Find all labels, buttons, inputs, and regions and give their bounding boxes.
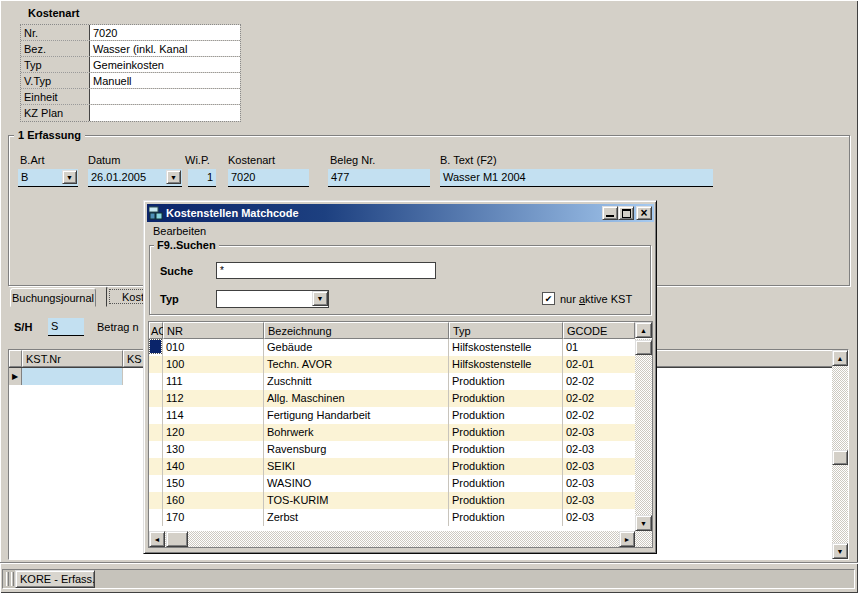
close-button[interactable]: × (636, 206, 652, 220)
matchcode-row[interactable]: 100Techn. AVORHilfskostenstelle02-01 (149, 356, 635, 373)
beleg-field[interactable]: 477 (328, 169, 430, 187)
grid-header-typ[interactable]: Typ (449, 322, 563, 339)
matchcode-hscrollbar[interactable]: ◄ ► (149, 531, 652, 547)
tab-label: Kost (122, 291, 144, 303)
statusbar-grip (6, 572, 9, 586)
field-value: Manuell (89, 73, 240, 88)
dialog-title: Kostenstellen Matchcode (166, 207, 299, 219)
field-value: 7020 (89, 25, 240, 40)
chevron-down-icon[interactable]: ▼ (166, 170, 181, 184)
grid-header-nr[interactable]: NR (163, 322, 264, 339)
cell-ac (149, 441, 163, 458)
window-list-button[interactable]: KORE - Erfass.. (15, 570, 95, 588)
btext-field[interactable]: Wasser M1 2004 (440, 169, 713, 187)
matchcode-vscrollbar[interactable]: ▼ (635, 339, 652, 531)
wip-label: Wi.P. (185, 154, 210, 166)
scroll-thumb[interactable] (635, 340, 652, 355)
matchcode-row[interactable]: 140SEIKIProduktion02-03 (149, 458, 635, 475)
bart-label: B.Art (20, 154, 44, 166)
dialog-titlebar[interactable]: Kostenstellen Matchcode × (147, 204, 654, 222)
matchcode-row[interactable]: 114Fertigung HandarbeitProduktion02-02 (149, 407, 635, 424)
row-marker-icon: ▶ (9, 368, 22, 385)
cell-bez: Allg. Maschinen (264, 390, 449, 407)
matchcode-row[interactable]: 112Allg. MaschinenProduktion02-02 (149, 390, 635, 407)
menu-item-bearbeiten[interactable]: Bearbeiten (153, 225, 206, 237)
scroll-right-icon[interactable]: ► (619, 531, 635, 547)
cell-gcode: 02-01 (563, 356, 635, 373)
tab-buchungsjournal[interactable]: Buchungsjournal (10, 288, 96, 307)
kostenart-form-row: Einheit (21, 89, 240, 105)
kst-header-kstnr[interactable]: KST.Nr (22, 350, 123, 367)
chevron-down-icon[interactable]: ▼ (312, 291, 328, 306)
matchcode-dialog: Kostenstellen Matchcode × Bearbeiten F9.… (143, 200, 657, 554)
cell-gcode: 02-03 (563, 424, 635, 441)
cell-ac (149, 492, 163, 509)
grid-header-gcode[interactable]: GCODE (563, 322, 635, 339)
cell-nr: 170 (163, 509, 264, 526)
scroll-up-icon[interactable]: ▲ (832, 350, 848, 366)
scroll-thumb[interactable] (832, 450, 848, 465)
kst-vscrollbar[interactable]: ▲ ▼ (832, 350, 848, 559)
cell-nr: 150 (163, 475, 264, 492)
tab-label: Buchungsjournal (12, 292, 94, 304)
chevron-down-icon[interactable]: ▼ (62, 170, 77, 184)
scroll-thumb[interactable] (166, 531, 188, 547)
typ-combobox[interactable]: ▼ (216, 290, 329, 308)
matchcode-row[interactable]: 010GebäudeHilfskostenstelle01 (149, 339, 635, 356)
kostenart-form-row: V.TypManuell (21, 73, 240, 89)
cell-typ: Produktion (449, 407, 563, 424)
sh-field[interactable]: S (48, 318, 84, 336)
scroll-down-icon[interactable]: ▼ (832, 543, 848, 559)
cell-nr: 100 (163, 356, 264, 373)
cell-ac (149, 458, 163, 475)
kostenart-form-row: Nr.7020 (21, 25, 240, 41)
label-part: nur (560, 293, 579, 305)
scroll-left-icon[interactable]: ◄ (149, 531, 165, 547)
cell-ac (149, 373, 163, 390)
checkmark-icon: ✔ (545, 294, 553, 304)
grid-header-bezeichnung[interactable]: Bezeichnung (264, 322, 449, 339)
scroll-up-icon[interactable]: ▲ (635, 322, 652, 338)
kostenart-form-row: Bez.Wasser (inkl. Kanal (21, 41, 240, 57)
btext-label: B. Text (F2) (440, 154, 497, 166)
matchcode-grid-body: 010GebäudeHilfskostenstelle01100Techn. A… (149, 339, 635, 531)
kst-cell-kstnr[interactable] (22, 368, 123, 385)
cell-gcode: 02-03 (563, 509, 635, 526)
kostenart-panel-title: Kostenart (28, 7, 79, 19)
kostenart-form: Nr.7020Bez.Wasser (inkl. KanalTypGemeink… (20, 24, 241, 122)
kostenart-field[interactable]: 7020 (228, 169, 309, 187)
matchcode-row[interactable]: 120BohrwerkProduktion02-03 (149, 424, 635, 441)
beleg-label: Beleg Nr. (330, 154, 375, 166)
datum-label: Datum (88, 154, 120, 166)
field-label: Einheit (21, 89, 89, 104)
suche-input[interactable]: * (216, 262, 436, 279)
wip-field[interactable]: 1 (188, 169, 216, 187)
scroll-down-icon[interactable]: ▼ (635, 515, 652, 531)
cell-typ: Produktion (449, 441, 563, 458)
grid-header-ac[interactable]: AC (149, 322, 163, 339)
label-part: ktive KST (585, 293, 632, 305)
cell-ac (149, 424, 163, 441)
matchcode-row[interactable]: 160TOS-KURIMProduktion02-03 (149, 492, 635, 509)
field-value: Gemeinkosten (89, 57, 240, 72)
field-value (89, 105, 240, 121)
cell-gcode: 02-02 (563, 373, 635, 390)
field-value: Wasser (inkl. Kanal (89, 41, 240, 56)
cell-typ: Produktion (449, 390, 563, 407)
matchcode-row[interactable]: 130RavensburgProduktion02-03 (149, 441, 635, 458)
matchcode-row[interactable]: 111ZuschnittProduktion02-02 (149, 373, 635, 390)
datum-combobox[interactable]: 26.01.2005 ▼ (88, 169, 182, 187)
cell-typ: Hilfskostenstelle (449, 356, 563, 373)
kostenart-label: Kostenart (228, 154, 275, 166)
matchcode-row[interactable]: 170ZerbstProduktion02-03 (149, 509, 635, 526)
matchcode-row[interactable]: 150WASINOProduktion02-03 (149, 475, 635, 492)
nur-aktive-kst-checkbox[interactable]: ✔ (542, 292, 555, 305)
bart-combobox[interactable]: B ▼ (18, 169, 78, 187)
cell-typ: Produktion (449, 424, 563, 441)
field-value (89, 89, 240, 104)
cell-bez: Gebäude (264, 339, 449, 356)
maximize-button[interactable] (618, 206, 634, 220)
minimize-button[interactable] (602, 206, 618, 220)
cell-bez: Zerbst (264, 509, 449, 526)
datum-value: 26.01.2005 (91, 171, 146, 183)
